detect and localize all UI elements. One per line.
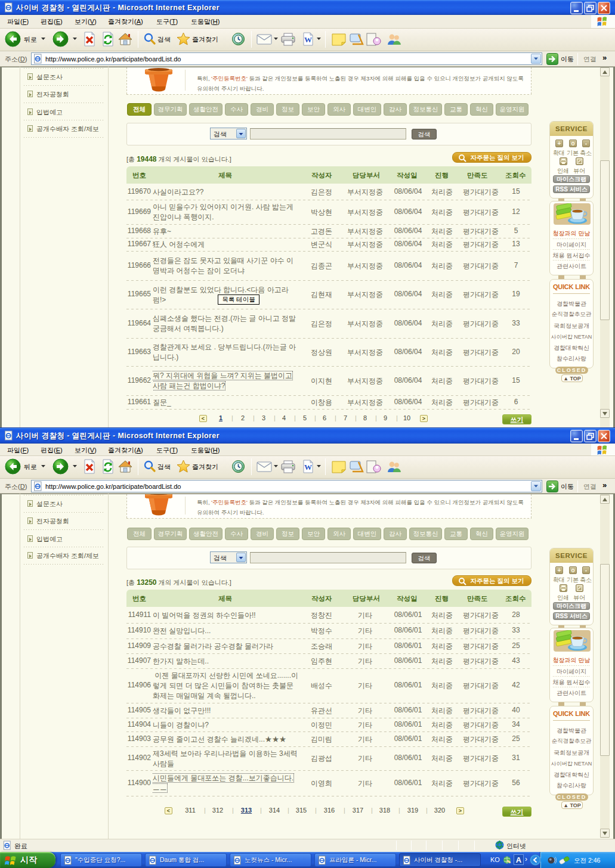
svg-text:W: W: [304, 35, 312, 44]
svg-text:W: W: [304, 463, 312, 472]
